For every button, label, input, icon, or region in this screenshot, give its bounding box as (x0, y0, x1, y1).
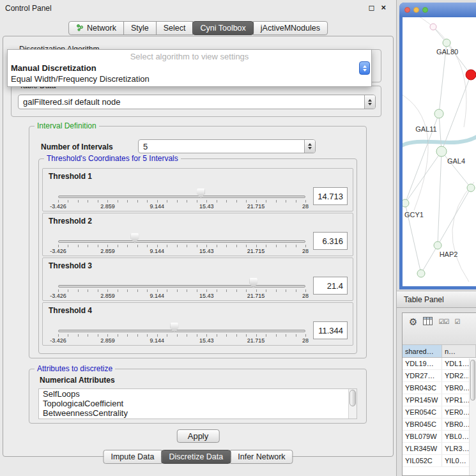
network-edge (438, 188, 471, 245)
group-title: Threshold's Coordinates for 5 Intervals (44, 154, 181, 163)
list-scrollbar[interactable] (348, 389, 357, 418)
table-row[interactable]: YIL052CYIL0… (403, 455, 476, 467)
threshold-label: Threshold 3 (49, 261, 92, 270)
network-edge (439, 114, 441, 151)
combo-arrows-icon[interactable] (359, 61, 370, 75)
algorithm-option[interactable]: Equal Width/Frequency Discretization (8, 73, 371, 84)
tab-select[interactable]: Select (156, 21, 194, 35)
float-window-icon[interactable]: ◻ (368, 3, 374, 12)
network-edge (421, 245, 438, 273)
network-edge (438, 151, 441, 245)
network-edge (403, 136, 476, 146)
network-node[interactable] (434, 109, 443, 118)
tab-label: Cyni Toolbox (200, 24, 245, 33)
table-row[interactable]: YBL079WYBL0… (403, 431, 476, 443)
threshold-value-field[interactable]: 21.4 (313, 277, 348, 295)
table-cell: YPR145W (403, 394, 442, 406)
table-cell: YER054C (403, 406, 442, 418)
window-controls: ◻ × (368, 3, 386, 12)
tab-label: Discretize Data (169, 452, 224, 461)
tab-jactivemnodules[interactable]: jActiveMNodules (253, 21, 328, 35)
network-node[interactable] (443, 39, 450, 47)
slider-track (58, 240, 305, 243)
tab-style[interactable]: Style (123, 21, 157, 35)
threshold-value-field[interactable]: 14.713 (313, 187, 348, 205)
table-row[interactable]: YDL19…YDL1… (403, 358, 476, 370)
select-columns-icon[interactable]: ☑ (454, 316, 459, 328)
network-node[interactable] (403, 199, 409, 207)
gear-icon[interactable]: ⚙ (409, 316, 417, 328)
attribute-list-item[interactable]: SelfLoops (39, 389, 357, 399)
tab-impute-data[interactable]: Impute Data (103, 450, 162, 464)
numerical-attributes-list[interactable]: SelfLoopsTopologicalCoefficientBetweenne… (38, 388, 357, 419)
tab-label: Infer Network (238, 452, 285, 461)
select-all-rows-icon[interactable]: ☑☑ (438, 316, 449, 328)
network-node[interactable] (467, 184, 475, 192)
table-row[interactable]: YLR345WYLR3… (403, 443, 476, 455)
close-window-icon[interactable]: × (381, 3, 386, 12)
close-button[interactable] (404, 7, 410, 13)
network-node[interactable] (417, 270, 425, 277)
network-window-titlebar[interactable] (399, 3, 476, 17)
apply-button[interactable]: Apply (177, 429, 220, 443)
tab-network[interactable]: Network (68, 21, 124, 35)
network-canvas[interactable]: GAL80GAL11GAL4GCY1HAP2 (403, 17, 476, 286)
threshold-slider[interactable]: -3.4262.8599.14415.4321.71528 (58, 318, 305, 345)
tab-label: jActiveMNodules (261, 24, 320, 33)
control-panel-window: Control Panel ◻ × NetworkStyleSelectCyni… (0, 0, 397, 476)
slider-track (58, 285, 305, 288)
table-cell: YBR043C (403, 382, 442, 394)
network-edge (403, 93, 428, 210)
slider-track (58, 196, 305, 198)
threshold-label: Threshold 2 (49, 217, 92, 226)
num-intervals-combobox[interactable]: 5 (138, 139, 316, 153)
network-node[interactable] (434, 242, 441, 249)
tab-label: Select (164, 24, 186, 33)
algorithm-combobox-popup: Select algorithm to view settings Manual… (7, 49, 372, 87)
threshold-panel: Threshold 1-3.4262.8599.14415.4321.71528… (42, 168, 353, 211)
table-data-combobox[interactable]: galFiltered.sif default node (18, 95, 376, 109)
threshold-value-field[interactable]: 6.316 (313, 232, 348, 250)
table-row[interactable]: YBR043CYBR0… (403, 382, 476, 394)
table-scrollbar[interactable] (469, 358, 476, 475)
slider-tick-labels: -3.4262.8599.14415.4321.71528 (58, 293, 305, 300)
table-row[interactable]: YBR045CYBR0… (403, 418, 476, 431)
threshold-label: Threshold 4 (49, 306, 92, 315)
tab-discretize-data[interactable]: Discretize Data (162, 450, 231, 464)
column-header[interactable]: n… (442, 345, 476, 357)
threshold-panel: Threshold 4-3.4262.8599.14415.4321.71528… (42, 302, 353, 346)
table-row[interactable]: YER054CYER0… (403, 406, 476, 418)
threshold-value-field[interactable]: 11.344 (313, 321, 348, 339)
threshold-slider[interactable]: -3.4262.8599.14415.4321.71528 (58, 184, 305, 211)
algorithm-option[interactable]: Manual Discretization (8, 63, 371, 73)
table-cell: YBR045C (403, 418, 442, 430)
table-row[interactable]: YDR27…YDR2… (403, 370, 476, 382)
threshold-slider[interactable]: -3.4262.8599.14415.4321.71528 (58, 273, 305, 300)
group-title: Interval Definition (35, 121, 99, 130)
scrollbar-thumb[interactable] (349, 390, 356, 406)
attribute-list-item[interactable]: TopologicalCoefficient (39, 399, 357, 408)
panel-title: Control Panel (5, 4, 52, 13)
table-browser-window: ⚙ ☑☑ ☑ shared…n… YDL19…YDL1…YDR27…YDR2…Y… (402, 312, 476, 476)
minimize-button[interactable] (413, 7, 419, 13)
table-cell: YBL079W (403, 431, 442, 442)
interval-definition-group: Interval Definition Number of Intervals … (29, 126, 367, 358)
tab-infer-network[interactable]: Infer Network (230, 450, 293, 464)
columns-icon[interactable] (423, 316, 433, 328)
network-edge (452, 182, 474, 282)
column-header[interactable]: shared… (403, 345, 442, 357)
tab-cyni-toolbox[interactable]: Cyni Toolbox (192, 21, 253, 35)
node-label: GAL11 (415, 125, 436, 133)
attribute-list-item[interactable]: BetweennessCentrality (39, 408, 357, 418)
node-label: GCY1 (404, 211, 424, 219)
network-edge (405, 151, 441, 203)
network-node[interactable] (466, 70, 476, 80)
threshold-slider[interactable]: -3.4262.8599.14415.4321.71528 (58, 229, 305, 256)
table-row[interactable]: YPR145WYPR1… (403, 394, 476, 406)
scrollbar-thumb[interactable] (470, 360, 475, 401)
slider-tick-labels: -3.4262.8599.14415.4321.71528 (58, 248, 305, 255)
network-node[interactable] (436, 146, 447, 157)
network-node[interactable] (430, 24, 436, 30)
table-panel-title: Table Panel (404, 295, 444, 304)
zoom-button[interactable] (422, 7, 428, 13)
